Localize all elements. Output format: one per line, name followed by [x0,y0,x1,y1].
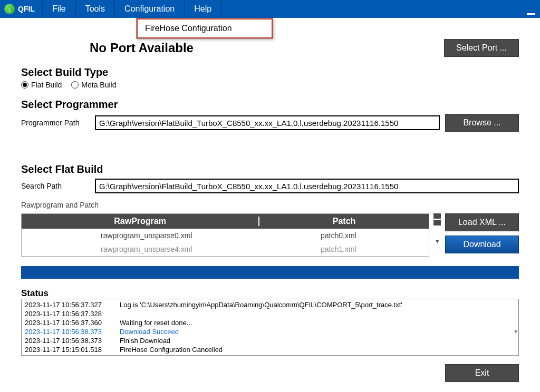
download-arrow-icon: ↓ [4,4,15,14]
exit-button[interactable]: Exit [445,364,519,382]
table-row[interactable]: rawprogram_unsparse4.xml patch1.xml [22,242,429,256]
status-line: 2023-11-17 15:15:01.518FireHose Configur… [25,345,515,354]
cell-raw: rawprogram_unsparse0.xml [22,231,252,240]
radio-meta-build[interactable]: Meta Build [71,81,116,89]
menu-configuration[interactable]: Configuration [115,0,185,18]
status-line: 2023-11-17 10:56:38.373Finish Download [25,336,515,345]
radio-flat-build[interactable]: Flat Build [21,81,62,89]
chevron-down-icon: ▾ [514,327,517,336]
rawprogram-patch-table: RawProgram Patch rawprogram_unsparse0.xm… [21,213,429,257]
table-scrollbar[interactable]: ▾ [433,213,441,245]
app-name: QFIL [18,5,35,13]
status-log[interactable]: 2023-11-17 10:56:37.327Log is 'C:\Users\… [21,299,519,356]
browse-button[interactable]: Browse ... [445,114,519,132]
search-path-label: Search Path [21,182,90,190]
radio-flat-label: Flat Build [31,81,62,89]
programmer-path-label: Programmer Path [21,119,90,127]
minimize-icon [527,13,535,15]
search-path-input[interactable] [95,179,519,193]
build-type-heading: Select Build Type [21,66,519,79]
configuration-dropdown: FireHose Configuration [136,18,273,39]
menu-tools[interactable]: Tools [76,0,115,18]
cell-patch: patch1.xml [252,245,429,253]
rawprogram-patch-label: Rawprogram and Patch [21,201,519,209]
status-heading: Status [21,288,519,299]
port-status: No Port Available [90,41,194,55]
menu-help[interactable]: Help [185,0,221,18]
flat-build-heading: Select Flat Build [21,163,519,175]
status-line: 2023-11-17 10:56:37.328 [25,309,515,318]
menu-file[interactable]: File [43,0,76,18]
load-xml-button[interactable]: Load XML ... [445,213,519,231]
download-button[interactable]: Download [445,236,519,253]
scrollbar-thumb-icon [433,213,441,219]
column-rawprogram: RawProgram [22,217,259,226]
cell-patch: patch0.xml [252,231,429,240]
scrollbar-thumb-icon [433,220,441,226]
radio-meta-label: Meta Build [81,81,116,89]
programmer-path-input[interactable] [95,115,440,130]
status-line: 2023-11-17 10:56:38.373Download Succeed [25,327,515,336]
status-line: 2023-11-17 10:56:37.327Log is 'C:\Users\… [25,300,515,309]
app-badge: ↓ QFIL [0,0,43,18]
chevron-down-icon: ▾ [433,238,441,245]
menubar: ↓ QFIL File Tools Configuration Help [0,0,540,18]
select-port-button[interactable]: Select Port ... [444,39,519,57]
progress-bar [21,266,519,279]
cell-raw: rawprogram_unsparse4.xml [22,245,252,253]
programmer-heading: Select Programmer [21,99,519,111]
table-row[interactable]: rawprogram_unsparse0.xml patch0.xml [22,229,429,242]
status-line: 2023-11-17 10:56:37.360Waiting for reset… [25,318,515,327]
firehose-configuration-item[interactable]: FireHose Configuration [137,18,273,38]
column-patch: Patch [259,217,429,226]
window-minimize-button[interactable] [522,0,540,18]
